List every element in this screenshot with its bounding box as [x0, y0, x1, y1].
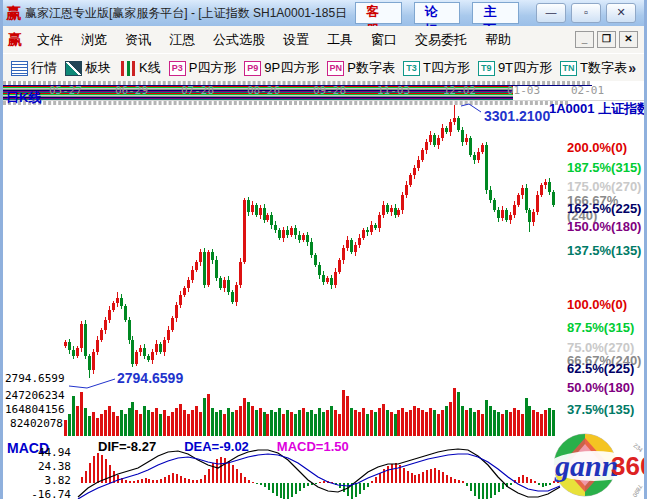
toolbar-item-label: 行情: [31, 59, 57, 77]
toolbar-item-T数字表[interactable]: TNT数字表: [560, 59, 627, 77]
minimize-icon[interactable]: —: [536, 3, 566, 23]
toolbar-item-label: 9T四方形: [498, 59, 552, 77]
grid-icon: [11, 61, 28, 76]
dif-line: [78, 449, 560, 497]
titlebar-button-home[interactable]: 主页: [472, 2, 519, 24]
toolbar-item-T四方形[interactable]: T3T四方形: [403, 59, 470, 77]
toolbar-item-label: 板块: [85, 59, 111, 77]
menu-item-4[interactable]: 公式选股: [204, 31, 274, 49]
menu-item-6[interactable]: 工具: [318, 31, 362, 49]
application-window: 赢 赢家江恩专业版[赢家服务平台] - [上证指数 SH1A0001-185日K…: [0, 0, 647, 499]
pn-icon: PN: [327, 61, 344, 76]
p9-icon: P9: [244, 61, 261, 76]
kline-icon: [119, 61, 136, 76]
doc-close-icon[interactable]: ✕: [619, 31, 638, 48]
restore-icon[interactable]: ▫: [571, 3, 601, 23]
window-title: 赢家江恩专业版[赢家服务平台] - [上证指数 SH1A0001-185日K线]: [25, 5, 347, 22]
toolbar-item-label: T数字表: [580, 59, 627, 77]
doc-minimize-icon[interactable]: _: [575, 31, 594, 48]
menu-item-5[interactable]: 设置: [274, 31, 318, 49]
t3-icon: T3: [403, 61, 420, 76]
toolbar-item-9P四方形[interactable]: P99P四方形: [244, 59, 319, 77]
svg-text:7890: 7890: [631, 484, 643, 499]
toolbar-item-label: P四方形: [189, 59, 237, 77]
toolbar-item-板块[interactable]: 板块: [65, 59, 111, 77]
tn-icon: TN: [560, 61, 577, 76]
close-icon[interactable]: ✕: [606, 3, 636, 23]
menu-item-1[interactable]: 浏览: [72, 31, 116, 49]
menu-item-8[interactable]: 交易委托: [406, 31, 476, 49]
menu-item-9[interactable]: 帮助: [476, 31, 520, 49]
toolbar-item-label: K线: [139, 59, 161, 77]
app-logo-icon: 赢: [6, 4, 21, 23]
toolbar-overflow-button[interactable]: »: [628, 60, 636, 76]
menu-item-0[interactable]: 文件: [28, 31, 72, 49]
svg-text:gann: gann: [554, 449, 618, 482]
toolbar-item-P四方形[interactable]: P3P四方形: [169, 59, 237, 77]
blocks-icon: [65, 61, 82, 76]
menu-item-2[interactable]: 资讯: [116, 31, 160, 49]
gann360-logo: gann 360 234 7890: [547, 432, 647, 499]
p3-icon: P3: [169, 61, 186, 76]
menu-item-3[interactable]: 江恩: [160, 31, 204, 49]
toolbar: 行情板块K线P3P四方形P99P四方形PNP数字表T3T四方形T99T四方形TN…: [3, 53, 644, 83]
svg-text:360: 360: [611, 451, 647, 481]
toolbar-item-label: 9P四方形: [264, 59, 319, 77]
t9-icon: T9: [478, 61, 495, 76]
toolbar-item-9T四方形[interactable]: T99T四方形: [478, 59, 552, 77]
doc-restore-icon[interactable]: ❐: [597, 31, 616, 48]
toolbar-item-行情[interactable]: 行情: [11, 59, 57, 77]
titlebar-button-service[interactable]: 客服: [355, 2, 402, 24]
toolbar-item-K线[interactable]: K线: [119, 59, 161, 77]
menu-bar: 赢 文件浏览资讯江恩公式选股设置工具窗口交易委托帮助 _❐✕: [3, 26, 644, 54]
titlebar-button-forum[interactable]: 论坛: [414, 2, 461, 24]
menu-item-7[interactable]: 窗口: [362, 31, 406, 49]
toolbar-item-label: T四方形: [423, 59, 470, 77]
toolbar-item-P数字表[interactable]: PNP数字表: [327, 59, 395, 77]
title-bar[interactable]: 赢 赢家江恩专业版[赢家服务平台] - [上证指数 SH1A0001-185日K…: [3, 0, 644, 26]
menu-logo-icon: 赢: [8, 31, 22, 49]
toolbar-item-label: P数字表: [347, 59, 395, 77]
